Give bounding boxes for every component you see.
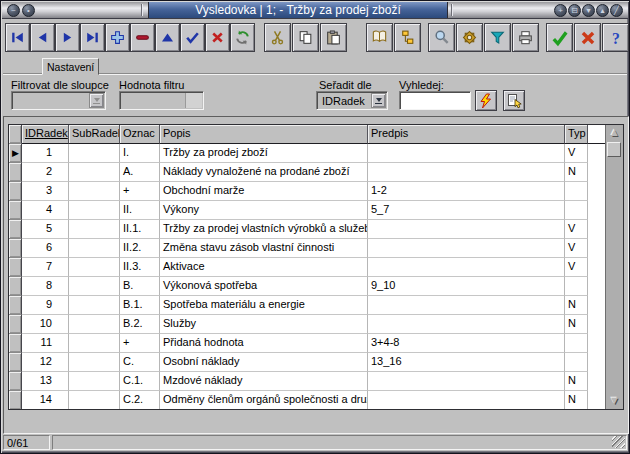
cell-popis[interactable]: Služby <box>160 315 368 334</box>
cell-popis[interactable]: Výkony <box>160 201 368 220</box>
cell-oznac[interactable]: B.2. <box>120 315 160 334</box>
cell-idradek[interactable]: 14 <box>22 391 69 410</box>
cell-oznac[interactable]: B.1. <box>120 296 160 315</box>
table-row[interactable]: 9B.1.Spotřeba materiálu a energieN <box>9 296 623 315</box>
cell-oznac[interactable]: C.1. <box>120 372 160 391</box>
cell-typ[interactable]: V <box>565 220 588 239</box>
cell-typ[interactable] <box>565 182 588 201</box>
cell-subradek[interactable] <box>69 315 120 334</box>
cell-subradek[interactable] <box>69 372 120 391</box>
insert-record-button[interactable] <box>105 23 130 52</box>
close-form-button[interactable] <box>574 23 601 52</box>
cell-typ[interactable] <box>565 201 588 220</box>
cell-typ[interactable]: N <box>565 391 588 410</box>
cell-popis[interactable]: Přidaná hodnota <box>160 334 368 353</box>
cell-predpis[interactable] <box>368 163 565 182</box>
cell-typ[interactable]: N <box>565 372 588 391</box>
cell-typ[interactable] <box>565 277 588 296</box>
next-record-button[interactable] <box>55 23 80 52</box>
copy-button[interactable] <box>292 23 319 52</box>
filter-button[interactable] <box>484 23 511 52</box>
cell-idradek[interactable]: 4 <box>22 201 69 220</box>
cell-predpis[interactable]: 9_10 <box>368 277 565 296</box>
cell-subradek[interactable] <box>69 144 120 163</box>
cell-subradek[interactable] <box>69 258 120 277</box>
cell-oznac[interactable]: B. <box>120 277 160 296</box>
cell-oznac[interactable]: C.2. <box>120 391 160 410</box>
chevron-down-icon[interactable] <box>89 93 104 108</box>
quick-search-button[interactable] <box>475 90 497 111</box>
cell-typ[interactable]: N <box>565 315 588 334</box>
table-row[interactable]: 11+Přidaná hodnota3+4-8 <box>9 334 623 353</box>
cell-idradek[interactable]: 2 <box>22 163 69 182</box>
cell-idradek[interactable]: 13 <box>22 372 69 391</box>
cell-popis[interactable]: Výkonová spotřeba <box>160 277 368 296</box>
cell-idradek[interactable]: 9 <box>22 296 69 315</box>
cell-popis[interactable]: Změna stavu zásob vlastní činnosti <box>160 239 368 258</box>
cell-oznac[interactable]: + <box>120 182 160 201</box>
cell-idradek[interactable]: 6 <box>22 239 69 258</box>
cell-typ[interactable] <box>565 334 588 353</box>
cell-oznac[interactable]: C. <box>120 353 160 372</box>
window-menu-button[interactable]: − <box>7 4 20 17</box>
table-row[interactable]: 6II.2.Změna stavu zásob vlastní činnosti… <box>9 239 623 258</box>
grid-vertical-scrollbar[interactable]: ▲ ▼ <box>605 125 623 409</box>
table-row[interactable]: 4II.Výkony5_7 <box>9 201 623 220</box>
cell-popis[interactable]: Obchodní marže <box>160 182 368 201</box>
table-row[interactable]: 13C.1.Mzdové nákladyN <box>9 372 623 391</box>
cell-typ[interactable]: V <box>565 239 588 258</box>
delete-record-button[interactable] <box>130 23 155 52</box>
help-button[interactable]: ? <box>602 23 629 52</box>
cell-subradek[interactable] <box>69 334 120 353</box>
cell-subradek[interactable] <box>69 220 120 239</box>
cell-typ[interactable]: V <box>565 144 588 163</box>
cell-typ[interactable] <box>565 353 588 372</box>
column-header-idradek[interactable]: IDRadek <box>22 125 69 144</box>
cell-typ[interactable]: N <box>565 296 588 315</box>
table-row[interactable]: 14C.2.Odměny členům orgánů společnosti a… <box>9 391 623 410</box>
cell-subradek[interactable] <box>69 296 120 315</box>
titlebar[interactable]: − • Vysledovka | 1; - Tržby za prodej zb… <box>2 2 628 19</box>
table-row[interactable]: 12C.Osobní náklady13_16 <box>9 353 623 372</box>
cell-oznac[interactable]: I. <box>120 144 160 163</box>
raise-button[interactable]: ▴ <box>596 4 609 17</box>
table-row[interactable]: 3+Obchodní marže1-2 <box>9 182 623 201</box>
scroll-up-icon[interactable]: ▲ <box>606 125 623 141</box>
filter-value-field[interactable] <box>119 91 204 110</box>
table-row[interactable]: 2A.Náklady vynaložené na prodané zbožíN <box>9 163 623 182</box>
cell-predpis[interactable] <box>368 296 565 315</box>
lower-button[interactable]: ▾ <box>582 4 595 17</box>
cell-oznac[interactable]: II.2. <box>120 239 160 258</box>
cell-popis[interactable]: Tržby za prodej vlastních výrobků a služ… <box>160 220 368 239</box>
cell-predpis[interactable] <box>368 391 565 410</box>
cell-oznac[interactable]: II.3. <box>120 258 160 277</box>
prior-record-button[interactable] <box>30 23 55 52</box>
cancel-edit-button[interactable] <box>205 23 230 52</box>
table-row[interactable]: ▶1I.Tržby za prodej zbožíV <box>9 144 623 163</box>
cell-popis[interactable]: Tržby za prodej zboží <box>160 144 368 163</box>
cell-idradek[interactable]: 8 <box>22 277 69 296</box>
cell-popis[interactable]: Osobní náklady <box>160 353 368 372</box>
column-header-popis[interactable]: Popis <box>160 125 368 144</box>
cell-predpis[interactable] <box>368 239 565 258</box>
cell-subradek[interactable] <box>69 353 120 372</box>
cell-idradek[interactable]: 1 <box>22 144 69 163</box>
column-header-subradek[interactable]: SubRadek <box>69 125 120 144</box>
cell-predpis[interactable] <box>368 258 565 277</box>
hierarchy-button[interactable] <box>394 23 421 52</box>
cell-typ[interactable]: N <box>565 163 588 182</box>
data-grid[interactable]: IDRadek SubRadek Oznac Popis Predpis Typ… <box>8 124 624 410</box>
filter-value-subbutton[interactable] <box>185 93 202 108</box>
cell-popis[interactable]: Náklady vynaložené na prodané zboží <box>160 163 368 182</box>
sort-select[interactable]: IDRadek <box>316 91 388 110</box>
search-field[interactable] <box>399 91 471 110</box>
filter-column-select[interactable] <box>11 91 106 110</box>
cell-typ[interactable]: V <box>565 258 588 277</box>
cell-oznac[interactable]: A. <box>120 163 160 182</box>
cell-idradek[interactable]: 10 <box>22 315 69 334</box>
search-button[interactable] <box>428 23 455 52</box>
search-input[interactable] <box>401 93 469 108</box>
cell-idradek[interactable]: 12 <box>22 353 69 372</box>
refresh-button[interactable] <box>230 23 255 52</box>
cell-predpis[interactable]: 13_16 <box>368 353 565 372</box>
